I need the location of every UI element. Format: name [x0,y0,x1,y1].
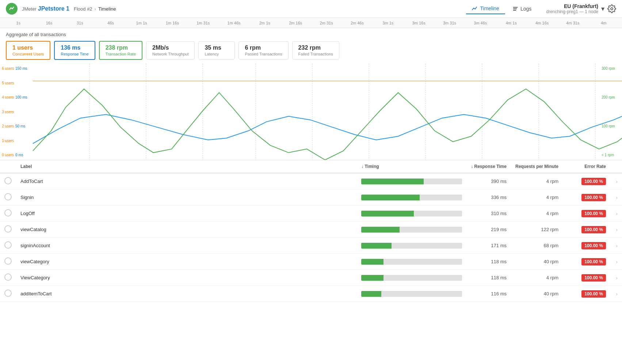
row-check-0[interactable] [0,173,16,189]
ruler-tick: 16s [34,21,64,25]
row-arrow-5[interactable]: › [610,254,622,270]
metric-label-transaction-rate: Transaction Rate [106,52,136,56]
table-row[interactable]: viewCategory 118 ms 40 rpm 100.00 % › [0,254,622,270]
y-axis-user-label: 5 users [1,81,15,85]
region-selector[interactable]: EU (Frankfurt) drenching-preg1 — 1 node … [546,3,616,14]
timing-bar-fill-3 [361,227,400,233]
row-check-7[interactable] [0,286,16,302]
gear-icon[interactable] [607,4,616,13]
dropdown-icon[interactable]: ▾ [601,5,604,13]
error-badge-1: 100.00 % [581,194,606,201]
chevron-right-icon[interactable]: › [616,243,618,249]
table-row[interactable]: Signin 336 ms 4 rpm 100.00 % › [0,189,622,206]
table-row[interactable]: LogOff 310 ms 4 rpm 100.00 % › [0,206,622,222]
metric-card-latency[interactable]: 35 ms Latency [198,41,235,60]
y-axis-ms-label: 50 ms [15,124,34,128]
circle-check-6[interactable] [4,273,12,281]
metric-cards: 1 users Concurrent Users 136 ms Response… [0,39,622,64]
y-axis-user-label: 4 users [1,95,15,99]
chevron-right-icon[interactable]: › [616,195,618,200]
table-row[interactable]: signinAccount 171 ms 68 rpm 100.00 % › [0,238,622,254]
col-response[interactable]: ↓ Response Time [466,160,511,173]
metric-card-network-throughput[interactable]: 2Mb/s Network Throughput [146,41,195,60]
metric-label-failed-transactions: Failed Transactions [298,52,333,56]
row-response-5: 118 ms [466,254,511,270]
y-axis-rpm-label: 300 rpm [602,66,622,70]
timing-bar-bg-6 [361,275,462,281]
metric-card-passed-transactions[interactable]: 6 rpm Passed Transactions [239,41,288,60]
circle-check-3[interactable] [4,225,12,233]
metric-value-network-throughput: 2Mb/s [152,45,188,51]
app-title[interactable]: JPetstore 1 [38,5,69,12]
row-arrow-4[interactable]: › [610,238,622,254]
row-label-1: Signin [16,189,357,206]
timing-bar-fill-5 [361,259,383,265]
row-rpm-7: 40 rpm [511,286,563,302]
metric-card-response-time[interactable]: 136 ms Response Time [54,41,95,60]
metric-card-concurrent-users[interactable]: 1 users Concurrent Users [6,41,50,60]
error-badge-4: 100.00 % [581,242,606,249]
timing-bar-bg-2 [361,211,462,217]
row-error-3: 100.00 % [563,222,610,238]
row-response-6: 118 ms [466,270,511,286]
row-check-1[interactable] [0,189,16,206]
row-label-0: AddToCart [16,173,357,189]
chevron-right-icon[interactable]: › [616,179,618,184]
chevron-right-icon[interactable]: › [616,259,618,265]
svg-rect-2 [513,10,516,11]
row-check-2[interactable] [0,206,16,222]
metric-card-failed-transactions[interactable]: 232 rpm Failed Transactions [292,41,339,60]
chevron-right-icon[interactable]: › [616,211,618,217]
breadcrumb-parent[interactable]: Flood #2 [74,6,92,12]
row-check-6[interactable] [0,270,16,286]
circle-check-5[interactable] [4,257,12,265]
chart-area: 6 users5 users4 users3 users2 users1 use… [0,64,622,160]
aggregate-label: Aggregate of all transactions [0,28,622,39]
row-label-4: signinAccount [16,238,357,254]
metric-value-failed-transactions: 232 rpm [298,45,333,51]
circle-check-1[interactable] [4,193,12,200]
chevron-right-icon[interactable]: › [616,227,618,233]
ruler-tick: 4m 1s [496,21,527,25]
row-arrow-2[interactable]: › [610,206,622,222]
timeline-ruler: 1s16s31s46s1m 1s1m 16s1m 31s1m 46s2m 1s2… [0,18,622,28]
svg-point-3 [611,8,613,10]
region-sub: drenching-preg1 — 1 node [546,9,598,14]
ruler-tick: 2m 1s [249,21,280,25]
circle-check-2[interactable] [4,209,12,217]
row-check-3[interactable] [0,222,16,238]
chevron-right-icon[interactable]: › [616,291,618,297]
row-response-1: 336 ms [466,189,511,206]
chevron-right-icon[interactable]: › [616,275,618,281]
logs-icon [512,6,518,12]
row-check-5[interactable] [0,254,16,270]
circle-check-4[interactable] [4,241,12,249]
tab-timeline[interactable]: Timeline [466,3,505,14]
table-row[interactable]: addItemToCart 116 ms 40 rpm 100.00 % › [0,286,622,302]
row-arrow-0[interactable]: › [610,173,622,189]
error-badge-3: 100.00 % [581,226,606,233]
y-axis-rpm-label: 100 rpm [602,124,622,128]
table-row[interactable]: ViewCategory 118 ms 4 rpm 100.00 % › [0,270,622,286]
table-row[interactable]: viewCatalog 219 ms 122 rpm 100.00 % › [0,222,622,238]
circle-check-7[interactable] [4,290,12,297]
metric-card-transaction-rate[interactable]: 238 rpm Transaction Rate [99,41,142,60]
row-arrow-1[interactable]: › [610,189,622,206]
row-timing-7 [357,286,466,302]
row-arrow-7[interactable]: › [610,286,622,302]
circle-check-0[interactable] [4,177,12,184]
table-row[interactable]: AddToCart 390 ms 4 rpm 100.00 % › [0,173,622,189]
ruler-tick: 1s [3,21,34,25]
row-arrow-3[interactable]: › [610,222,622,238]
row-timing-3 [357,222,466,238]
metric-label-latency: Latency [205,52,229,56]
ruler-tick: 31s [65,21,95,25]
row-check-4[interactable] [0,238,16,254]
col-timing[interactable]: ↓ Timing [357,160,466,173]
ruler-tick: 4m 16s [527,21,557,25]
y-axis-ms-label: 0 ms [15,153,34,157]
row-response-2: 310 ms [466,206,511,222]
col-label: Label [16,160,357,173]
row-arrow-6[interactable]: › [610,270,622,286]
tab-logs[interactable]: Logs [507,4,537,14]
